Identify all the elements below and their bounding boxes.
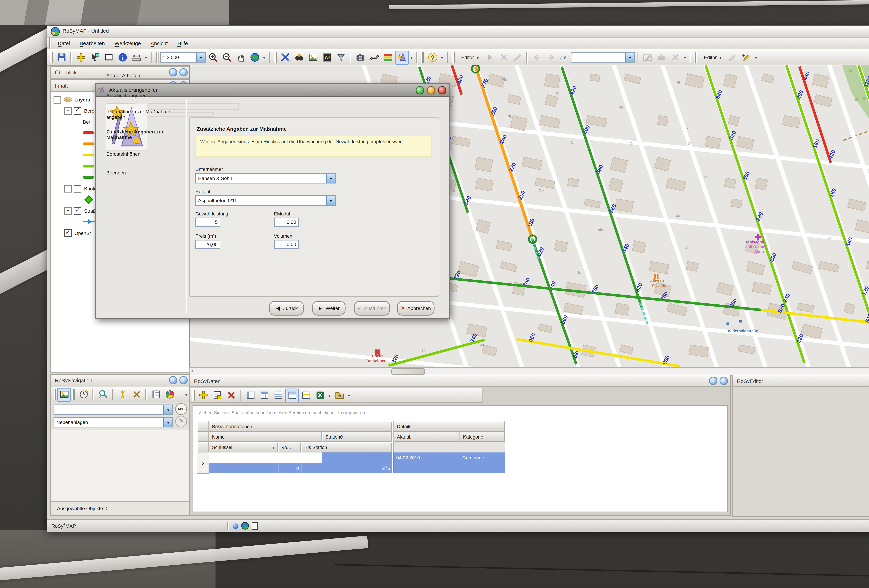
column-name[interactable]: Name [209,432,322,442]
subcolumn-bis-station[interactable]: Bis Station [301,442,392,452]
full-extent-button[interactable] [248,50,261,64]
combo-dropdown-icon[interactable]: ▼ [326,196,335,205]
snapshot-button[interactable] [353,50,367,64]
hscroll-thumb[interactable] [391,368,425,375]
toolbar-grip[interactable] [421,52,424,63]
statistics-button[interactable] [163,388,176,401]
combo-dropdown-icon[interactable]: ▼ [163,405,172,414]
menu-item-bearbeiten[interactable]: Bearbeiten [75,40,110,46]
layout-5-button[interactable] [299,388,313,402]
filter-button[interactable] [334,50,348,64]
save-button[interactable] [54,50,68,64]
cell-details-cont[interactable] [393,463,505,473]
editor-stop-button[interactable] [496,50,510,64]
band-basisinformationen[interactable]: Basisinformationen [209,421,392,432]
find-target-button[interactable] [654,50,668,64]
column-station0[interactable]: Station0 [322,432,392,442]
menu-item-hilfe[interactable]: Hilfe [173,40,193,46]
cell-name[interactable] [209,452,322,464]
subcolumn-schluessel[interactable]: Schlüssel ▲ [209,442,278,452]
toolbar-grip[interactable] [72,389,75,400]
delete-record-button[interactable] [224,388,238,402]
tree-checkbox[interactable]: ✓ [74,107,82,114]
cancel-button[interactable]: ✕ Abbrechen [397,301,434,315]
thematic-map-button[interactable] [381,50,395,64]
column-aktual[interactable]: Aktual. [393,432,460,442]
dropdown-arrow-icon[interactable]: ▼ [346,389,352,401]
select-tool-button[interactable] [87,50,101,64]
cell-schluessel2[interactable] [209,463,278,473]
zoom-in-button[interactable] [206,50,220,64]
dropdown-arrow-icon[interactable]: ▼ [439,51,445,64]
street-view-button[interactable] [57,388,71,401]
subcolumn-von[interactable]: Vo... [278,442,301,452]
dropdown-arrow-icon[interactable]: ▼ [753,51,759,64]
combo-dropdown-icon[interactable]: ▼ [196,53,205,62]
image-view-button[interactable] [306,50,320,64]
toolbar-grip[interactable] [192,390,195,401]
gewaehrleistung-input[interactable]: 5 [195,218,220,227]
band-details[interactable]: Details [393,421,505,432]
navigate-forward-button[interactable] [544,50,558,64]
pan-button[interactable] [234,50,248,64]
cell-bis-station[interactable]: 276 [301,463,392,473]
menu-item-werkzeuge[interactable]: Werkzeuge [110,40,146,46]
search-button[interactable] [292,50,306,64]
report-button[interactable] [149,388,163,401]
tree-checkbox[interactable] [74,185,82,192]
clear-selection-button[interactable] [278,50,292,64]
clear-target-button[interactable] [668,50,682,64]
dropdown-arrow-icon[interactable]: ▼ [682,51,688,64]
volumen-input[interactable]: 0,00 [274,240,299,249]
refresh-button[interactable] [77,388,90,401]
wizard-maximize-button[interactable] [427,86,435,94]
wizard-close-button[interactable] [438,86,446,94]
update-wizard-button[interactable] [395,50,409,64]
wizard-minimize-button[interactable] [416,86,424,94]
editor-menu-button[interactable]: Editor▼ [456,50,482,64]
column-kategorie[interactable]: Kategorie [460,432,505,442]
select-tool-yellow-button[interactable] [116,388,129,401]
combo-dropdown-icon[interactable]: ▼ [163,418,172,427]
edit-target-button[interactable] [641,50,654,64]
tree-expand-icon[interactable]: − [64,185,71,192]
toolbar-grip[interactable] [53,389,56,400]
layout-2-button[interactable] [257,388,271,402]
zoom-out-button[interactable] [220,50,234,64]
unternehmer-combo[interactable]: Hansen & Sohn ▼ [195,173,336,184]
daten-close-button[interactable] [719,377,728,385]
run-button[interactable]: ✓ Ausführen [354,301,390,315]
editor-panel-header[interactable]: RoSyEditor [732,375,869,387]
help-button[interactable]: ? [426,50,439,64]
export-excel-button[interactable] [313,388,327,402]
navigation-close-button[interactable] [179,376,188,384]
deselect-tool-button[interactable] [129,388,143,401]
editor-start-button[interactable] [482,50,496,64]
dropdown-arrow-icon[interactable]: ▼ [261,51,267,64]
add-sketch-button[interactable] [739,50,753,64]
cell-aktual[interactable]: 04.02.2010 [393,452,460,463]
attach-button[interactable]: ✎ [175,416,187,427]
dropdown-arrow-icon[interactable]: ▼ [143,51,149,64]
nav-toolbar-overflow-icon[interactable]: ▼ [184,388,189,401]
add-object-button[interactable] [74,50,87,64]
reload-data-button[interactable] [332,388,346,402]
menu-item-datei[interactable]: Datei [53,40,75,46]
navigation-category-combo[interactable]: Nebenanlagen ▼ [53,417,173,427]
search-settings-button[interactable] [96,388,110,401]
toolbar-grip[interactable] [452,52,455,63]
ziel-combo[interactable]: ▼ [571,52,635,62]
toolbar-grip[interactable] [274,52,277,63]
measure-button[interactable] [129,50,143,64]
cell-station0[interactable] [322,452,392,463]
menu-item-ansicht[interactable]: Ansicht [146,40,173,46]
abc-label-button[interactable]: ABC [175,403,187,415]
tree-expand-icon[interactable]: − [64,207,71,215]
back-button[interactable]: Zurück [269,301,304,315]
layout-3-button[interactable] [271,388,285,402]
map-scale-combo[interactable]: 1:2.000▼ [160,52,206,62]
toolbar-grip[interactable] [695,52,697,63]
layout-1-button[interactable] [243,388,257,402]
tree-expand-icon[interactable]: − [53,96,61,103]
route-button[interactable] [367,50,381,64]
